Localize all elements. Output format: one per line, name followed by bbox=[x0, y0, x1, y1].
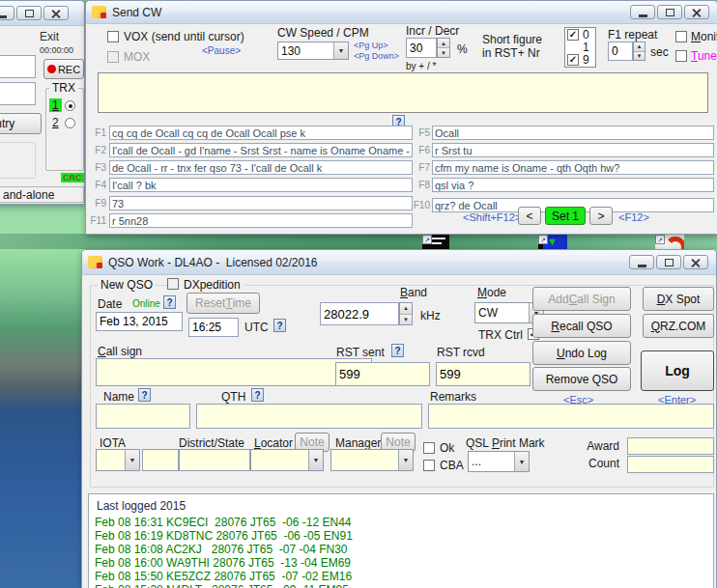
date-field[interactable] bbox=[96, 312, 183, 331]
incr-decr-input[interactable] bbox=[406, 38, 437, 58]
qsl-print-mark-select[interactable]: ... ▼ bbox=[468, 451, 530, 472]
macro-input-f4[interactable] bbox=[109, 178, 413, 192]
shortcut-arrow-badge: ↗ bbox=[422, 235, 432, 244]
macro-input-f2[interactable] bbox=[109, 143, 413, 157]
minimize-button[interactable] bbox=[630, 5, 655, 19]
cw-message-area[interactable] bbox=[98, 72, 708, 113]
ok-checkbox[interactable] bbox=[423, 442, 435, 454]
trx2-radio[interactable] bbox=[65, 118, 75, 128]
reset-time-button[interactable]: Reset Time bbox=[186, 293, 260, 314]
log-row[interactable]: Feb 08 16:19 KD8TNC 28076 JT65 -06 -05 E… bbox=[95, 529, 711, 543]
locator-select[interactable]: ▼ bbox=[250, 449, 324, 471]
macro-input-f9[interactable] bbox=[109, 196, 413, 210]
name-field[interactable] bbox=[96, 404, 190, 429]
log-button[interactable]: Log bbox=[641, 350, 714, 391]
rst-rcvd-field[interactable] bbox=[436, 362, 531, 386]
main-window-titlebar[interactable] bbox=[0, 1, 84, 26]
qso-work-titlebar[interactable]: QSO Work - DL4AO - Licensed 02/2016 bbox=[82, 250, 716, 275]
macro-input-f7[interactable] bbox=[432, 160, 714, 175]
globe-shortcut-icon[interactable]: ▼ ↗ bbox=[538, 235, 567, 249]
cba-checkbox[interactable] bbox=[423, 460, 435, 471]
cutoff-field-1[interactable] bbox=[0, 55, 36, 78]
f1-repeat-spinner[interactable]: ▲ ▼ bbox=[633, 42, 645, 61]
spin-up-icon[interactable]: ▲ bbox=[634, 42, 645, 52]
remarks-field[interactable] bbox=[428, 404, 714, 429]
iota-select[interactable]: ▼ bbox=[96, 449, 140, 471]
rec-button[interactable]: REC bbox=[43, 59, 84, 79]
chevron-down-icon[interactable]: ▼ bbox=[514, 452, 529, 471]
prev-set-button[interactable]: < bbox=[518, 207, 541, 225]
spin-down-icon[interactable]: ▼ bbox=[400, 315, 412, 325]
chevron-down-icon[interactable]: ▼ bbox=[308, 450, 323, 470]
close-button[interactable] bbox=[43, 6, 69, 20]
next-set-button[interactable]: > bbox=[589, 207, 613, 225]
spin-up-icon[interactable]: ▲ bbox=[438, 39, 449, 48]
restore-button[interactable] bbox=[656, 255, 681, 269]
frequency-spinner[interactable]: ▲ ▼ bbox=[399, 302, 413, 325]
restore-button[interactable] bbox=[657, 5, 682, 19]
incr-decr-spinner[interactable]: ▲ ▼ bbox=[437, 38, 450, 58]
restore-button[interactable] bbox=[16, 6, 42, 20]
close-button[interactable] bbox=[684, 5, 709, 19]
close-button[interactable] bbox=[683, 255, 708, 269]
spin-up-icon[interactable]: ▲ bbox=[400, 303, 412, 315]
undo-log-button[interactable]: Undo Log bbox=[532, 341, 631, 365]
tune-checkbox[interactable] bbox=[675, 50, 687, 62]
call-sign-field[interactable] bbox=[96, 358, 372, 386]
minimize-button[interactable] bbox=[0, 6, 14, 20]
macro-input-f6[interactable] bbox=[432, 143, 714, 157]
spin-down-icon[interactable]: ▼ bbox=[438, 48, 449, 57]
menu-item-exit[interactable]: Exit bbox=[40, 30, 59, 43]
help-button[interactable]: ? bbox=[273, 319, 286, 332]
log-row[interactable]: Feb 08 15:50 KE5ZCZ 28076 JT65 -07 -02 E… bbox=[95, 570, 711, 583]
remove-qso-button[interactable]: Remove QSO bbox=[532, 367, 631, 391]
help-button[interactable]: ? bbox=[251, 388, 264, 402]
qrz-com-button[interactable]: QRZ.COM bbox=[643, 314, 714, 338]
macro-input-f5[interactable] bbox=[432, 126, 714, 140]
spin-down-icon[interactable]: ▼ bbox=[634, 52, 645, 61]
chevron-down-icon[interactable]: ▼ bbox=[398, 450, 413, 470]
digit-9-checkbox[interactable]: ✓ bbox=[567, 54, 579, 66]
log-row[interactable]: Feb 08 16:31 KC9ECI 28076 JT65 -06 -12 E… bbox=[95, 516, 711, 529]
award-field[interactable] bbox=[627, 437, 714, 455]
macro-input-f1[interactable] bbox=[109, 126, 413, 140]
cutoff-field-2[interactable] bbox=[0, 82, 36, 105]
minimize-button[interactable] bbox=[629, 255, 654, 269]
digit-0-checkbox[interactable]: ✓ bbox=[567, 29, 579, 41]
chevron-down-icon[interactable]: ▼ bbox=[125, 450, 139, 470]
cw-speed-select[interactable]: 130 ▼ bbox=[277, 42, 349, 60]
document-shortcut-icon[interactable]: ↗ bbox=[422, 235, 449, 249]
macro-input-f11[interactable] bbox=[109, 213, 413, 228]
macro-input-f8[interactable] bbox=[432, 178, 714, 192]
chevron-down-icon[interactable]: ▼ bbox=[333, 42, 348, 59]
count-field[interactable] bbox=[627, 456, 714, 473]
f1-repeat-input[interactable] bbox=[608, 42, 633, 61]
vox-checkbox[interactable] bbox=[107, 31, 119, 42]
iota-number-field[interactable] bbox=[142, 449, 179, 471]
call-sign-label: Call sign bbox=[98, 345, 142, 358]
log-row[interactable]: Feb 08 16:00 WA9THI 28076 JT65 -13 -04 E… bbox=[95, 556, 711, 570]
help-button[interactable]: ? bbox=[138, 388, 151, 402]
help-button[interactable]: ? bbox=[391, 344, 404, 357]
time-field[interactable] bbox=[188, 318, 239, 337]
log-row[interactable]: Feb 08 16:08 AC2KJ 28076 JT65 -07 -04 FN… bbox=[95, 543, 711, 556]
rst-sent-field[interactable] bbox=[335, 362, 430, 386]
log-row[interactable]: Feb 08 15:38 N4DLT 28076 JT65 -09 -11 EM… bbox=[95, 583, 711, 588]
qth-field[interactable] bbox=[196, 404, 422, 429]
recall-qso-button[interactable]: Recall QSO bbox=[532, 314, 631, 338]
trx1-radio[interactable] bbox=[65, 100, 75, 111]
help-button[interactable]: ? bbox=[163, 295, 176, 309]
country-button[interactable]: untry bbox=[0, 113, 42, 134]
mox-checkbox[interactable] bbox=[107, 51, 119, 63]
district-state-field[interactable] bbox=[179, 449, 250, 471]
dx-spot-button[interactable]: DX Spot bbox=[643, 287, 714, 311]
manager-select[interactable]: ▼ bbox=[330, 449, 414, 471]
add-call-sign-button[interactable]: Add Call Sign bbox=[532, 287, 631, 311]
frequency-field[interactable] bbox=[320, 302, 399, 325]
dxpedition-checkbox[interactable] bbox=[167, 278, 179, 290]
monitor-checkbox[interactable] bbox=[675, 31, 687, 42]
send-cw-titlebar[interactable]: Send CW bbox=[86, 1, 717, 24]
set-button[interactable]: Set 1 bbox=[545, 207, 586, 225]
swoosh-shortcut-icon[interactable]: ↗ bbox=[655, 235, 684, 249]
macro-input-f3[interactable] bbox=[109, 160, 413, 175]
